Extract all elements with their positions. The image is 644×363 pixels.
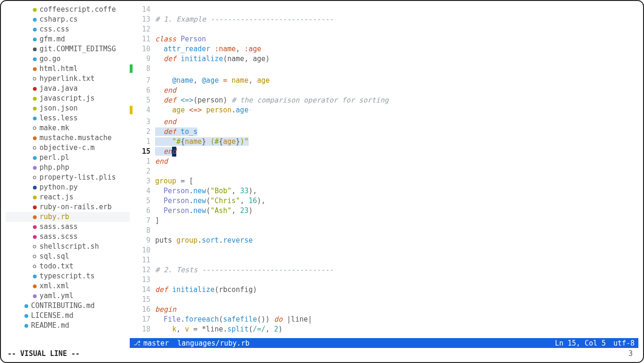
gutter-sign	[130, 5, 134, 15]
file-tree-item[interactable]: README.md	[6, 321, 130, 331]
file-name-label: sql.sql	[39, 252, 69, 261]
line-number: 2	[134, 127, 155, 137]
file-type-dot-icon	[33, 176, 36, 179]
line-number: 4	[134, 105, 155, 117]
line-content	[155, 5, 638, 15]
code-line[interactable]: 15 end	[130, 147, 638, 157]
line-content: def <=>(person) # the comparison operato…	[155, 95, 638, 105]
file-tree-item[interactable]: property-list.plis	[6, 173, 130, 182]
line-number: 7	[134, 76, 155, 86]
file-type-dot-icon	[33, 18, 37, 22]
code-line[interactable]: 10	[130, 245, 638, 255]
code-line[interactable]: 13# 1. Example -------------------------…	[130, 15, 638, 24]
file-tree-item[interactable]: json.json	[6, 103, 130, 113]
file-tree-item[interactable]: python.py	[6, 182, 130, 192]
file-tree-item[interactable]: LICENSE.md	[6, 311, 130, 321]
code-line[interactable]: 10 attr_reader :name, :age	[130, 44, 638, 54]
file-tree-item[interactable]: go.go	[6, 54, 130, 64]
code-line[interactable]: 8	[130, 226, 638, 236]
line-number: 5	[134, 95, 155, 105]
file-tree-item[interactable]: less.less	[6, 113, 130, 123]
file-type-dot-icon	[33, 275, 37, 278]
file-tree-item[interactable]: perl.pl	[6, 153, 130, 163]
file-tree-item[interactable]: mustache.mustache	[6, 133, 130, 143]
code-line[interactable]: 2	[130, 166, 638, 176]
code-line[interactable]: 6 end	[130, 86, 638, 95]
file-type-dot-icon	[33, 28, 37, 32]
file-tree-item[interactable]: xml.xml	[6, 281, 130, 291]
file-tree-item[interactable]: objective-c.m	[6, 143, 130, 153]
file-type-dot-icon	[33, 255, 36, 258]
file-tree-item[interactable]: css.css	[6, 24, 130, 34]
code-line[interactable]: 4 Person.new("Bob", 33),	[130, 186, 638, 196]
code-line[interactable]: 1 "#{name} (#{age})"	[130, 137, 638, 147]
code-line[interactable]: 12	[130, 24, 638, 34]
editor-pane: 1413# 1. Example -----------------------…	[130, 5, 638, 348]
file-type-dot-icon	[33, 205, 37, 209]
line-number: 12	[134, 265, 155, 275]
code-line[interactable]: 4 age <=> person.age·	[130, 105, 638, 117]
code-line[interactable]: 11class Person	[130, 34, 638, 44]
line-content	[155, 64, 638, 76]
file-tree-item[interactable]: php.php	[6, 163, 130, 173]
code-line[interactable]: 2 def to_s	[130, 127, 638, 137]
file-tree-item[interactable]: make.mk	[6, 123, 130, 133]
code-area[interactable]: 1413# 1. Example -----------------------…	[130, 5, 638, 338]
file-tree-sidebar[interactable]: coffeescript.coffecsharp.cscss.cssgfm.md…	[6, 5, 130, 348]
line-number: 11	[134, 255, 155, 265]
line-number: 10	[134, 245, 155, 255]
file-tree-item[interactable]: html.html	[6, 64, 130, 74]
code-line[interactable]: 6 Person.new("Ash", 23)	[130, 206, 638, 216]
file-type-dot-icon	[33, 196, 37, 199]
code-line[interactable]: 12# 2. Tests ---------------------------…	[130, 265, 638, 275]
line-number: 15	[134, 295, 155, 305]
code-line[interactable]: 11	[130, 255, 638, 265]
code-line[interactable]: 5 Person.new("Chris", 16),	[130, 196, 638, 206]
code-line[interactable]: 9puts group.sort.reverse	[130, 236, 638, 245]
code-line[interactable]: 8	[130, 64, 638, 76]
file-tree-item[interactable]: CONTRIBUTING.md	[6, 301, 130, 311]
file-tree-item[interactable]: react.js	[6, 192, 130, 202]
file-tree-item[interactable]: todo.txt	[6, 261, 130, 271]
code-line[interactable]: 14	[130, 5, 638, 15]
file-tree-item[interactable]: sql.sql	[6, 252, 130, 261]
line-content: end	[155, 117, 638, 127]
file-tree-item[interactable]: ruby-on-rails.erb	[6, 202, 130, 212]
code-line[interactable]: 3 end	[130, 117, 638, 127]
file-tree-item[interactable]: yaml.yml	[6, 291, 130, 301]
code-line[interactable]: 18 k, v = *line.split(/=/, 2)	[130, 324, 638, 334]
file-name-label: java.java	[39, 84, 78, 94]
file-tree-item[interactable]: sass.scss	[6, 232, 130, 242]
file-tree-item[interactable]: typescript.ts	[6, 271, 130, 281]
file-tree-item[interactable]: ruby.rb	[6, 212, 130, 222]
gutter-sign	[130, 265, 134, 275]
file-tree-item[interactable]: coffeescript.coffe	[6, 5, 130, 15]
file-tree-item[interactable]: gfm.md	[6, 34, 130, 44]
code-line[interactable]: 13	[130, 275, 638, 285]
file-type-dot-icon	[33, 146, 36, 150]
code-line[interactable]: 9 def initialize(name, age)	[130, 54, 638, 64]
line-content: age <=> person.age·	[155, 105, 638, 117]
file-tree-item[interactable]: javascript.js	[6, 94, 130, 103]
code-line[interactable]: 7 @name, @age = name, age	[130, 76, 638, 86]
code-line[interactable]: 14def initialize(rbconfig)	[130, 285, 638, 295]
code-line[interactable]: 1end	[130, 157, 638, 166]
line-content: attr_reader :name, :age	[155, 44, 638, 54]
file-tree-item[interactable]: java.java	[6, 84, 130, 94]
line-number: 8	[134, 64, 155, 76]
line-content: # 1. Example ---------------------------…	[155, 15, 638, 24]
code-line[interactable]: 3group = [	[130, 176, 638, 186]
file-tree-item[interactable]: shellscript.sh	[6, 242, 130, 252]
code-line[interactable]: 7]	[130, 216, 638, 226]
code-line[interactable]: 15	[130, 295, 638, 305]
code-line[interactable]: 17 File.foreeach(safefile()) do |line|	[130, 315, 638, 324]
file-tree-item[interactable]: csharp.cs	[6, 15, 130, 24]
file-name-label: php.php	[39, 163, 69, 173]
file-tree-item[interactable]: sass.sass	[6, 222, 130, 232]
line-content: def initialize(rbconfig)	[155, 285, 638, 295]
code-line[interactable]: 16begin	[130, 305, 638, 315]
code-line[interactable]: 5 def <=>(person) # the comparison opera…	[130, 95, 638, 105]
gutter-sign	[130, 137, 134, 147]
file-tree-item[interactable]: hyperlink.txt	[6, 74, 130, 84]
file-tree-item[interactable]: git.COMMIT_EDITMSG	[6, 44, 130, 54]
